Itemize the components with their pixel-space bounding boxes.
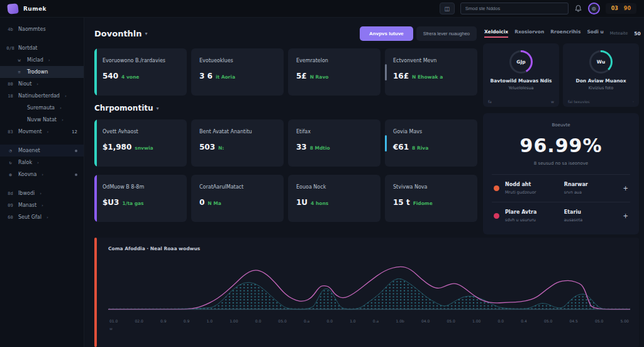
stat-card-value: 1U xyxy=(296,198,308,207)
stat-card-value: 540 xyxy=(103,72,118,80)
add-button[interactable]: + xyxy=(623,185,628,192)
x-tick-label: 1.00 xyxy=(472,319,480,323)
stat-card-value-row: 5404 vone xyxy=(103,69,179,81)
tab-sodi-u[interactable]: Sodi u xyxy=(587,29,603,38)
search-input[interactable] xyxy=(460,3,569,14)
sidebar-item-label: Nortdat xyxy=(18,45,37,51)
sidebar-item-label: Ibwodi xyxy=(18,190,35,196)
sidebar-item-trodown[interactable]: ≡Trodown xyxy=(0,66,84,78)
sidebar-item-icon: 60 xyxy=(6,215,14,220)
sidebar-item-label: Trodown xyxy=(27,69,48,75)
card-accent-bar xyxy=(94,119,97,167)
status-dot xyxy=(75,150,77,152)
chevron-down-icon[interactable]: ▾ xyxy=(157,106,159,111)
stat-card: Stvivwa Nova15 tFidome xyxy=(385,175,477,222)
topbar: Rumek ◫ ◍ 03 90 xyxy=(0,0,644,18)
stat-card-delta: 1/ta gas xyxy=(122,201,143,206)
sidebar-item-seut-gfal[interactable]: 60Seut Gfal› xyxy=(0,211,84,223)
x-tick-label: 05.0 xyxy=(595,319,603,323)
tab-rroencrihis[interactable]: Rroencrihis xyxy=(550,29,580,38)
uptime-row: Nodd ahtMruti gudzeuorRnarwarsrvn aua+ xyxy=(492,174,630,202)
chevron-down-icon[interactable]: ▾ xyxy=(145,31,148,36)
primary-action-button[interactable]: Anvpvs Iutuve xyxy=(360,26,413,41)
counter-badges: 03 90 xyxy=(606,3,636,14)
stat-card-value-row: 15 tFidome xyxy=(393,196,469,207)
secondary-action-button[interactable]: Sfrera lever nuaugheo xyxy=(416,26,477,41)
stat-card-delta: N: xyxy=(218,145,224,151)
sidebar-item-koovna[interactable]: ◍Koovna› xyxy=(0,168,84,180)
sidebar-item-naommtes[interactable]: 4bNaommtes xyxy=(0,23,84,35)
sidebar-item-nuvw-natat[interactable]: Nuvw Natat› xyxy=(0,114,84,126)
stat-card: Evotueoklues3 6it Aoria xyxy=(191,48,284,96)
uptime-row-name: Plare Avtra xyxy=(505,209,564,215)
stat-card-title: Evoruowono B./rardavies xyxy=(103,58,179,63)
grid-icon: ◫ xyxy=(444,6,450,12)
sidebar-item-niout[interactable]: 80Niout› xyxy=(0,78,84,90)
sidebar-item-label: Niout xyxy=(18,81,31,87)
stat-card-title: Eouoa Nock xyxy=(296,184,372,190)
x-tick-label: 0.9 xyxy=(160,319,167,323)
chevron-icon: › xyxy=(42,203,43,208)
stat-card-title: Bent Avatat Anantitu xyxy=(199,129,275,135)
chevron-icon: › xyxy=(42,172,43,177)
x-tick-label: 05.0 xyxy=(544,319,552,323)
sidebar-item-ralok[interactable]: ↻Ralok› xyxy=(0,157,84,168)
uptime-row-col2: Etariuausaseta xyxy=(564,209,623,223)
stat-card-value-row: $U31/ta gas xyxy=(103,196,179,207)
header-buttons: Anvpvs Iutuve Sfrera lever nuaugheo xyxy=(360,26,477,41)
stat-card-title: Ectvonvent Mevn xyxy=(393,58,469,63)
counter-badge-b: 90 xyxy=(624,6,631,11)
stat-card-value-row: €618 Riva xyxy=(393,140,469,152)
chart-accent-bar xyxy=(94,238,97,347)
stat-card-delta: 4 hons xyxy=(311,201,328,206)
uptime-row-sub: sdvh u usururu xyxy=(505,218,564,223)
uptime-row-sub2: srvn aua xyxy=(564,190,623,195)
notifications-button[interactable] xyxy=(574,4,582,13)
chevron-icon: › xyxy=(47,129,48,135)
x-tick-label: 04.0 xyxy=(421,319,430,323)
stat-card: Eouoa Nock1U4 hons xyxy=(288,175,380,222)
uptime-row-name: Nodd aht xyxy=(505,182,564,187)
sidebar-item-nortdat[interactable]: 0/8Nortdat xyxy=(0,42,84,54)
sidebar-item-icon: 09 xyxy=(6,203,14,208)
x-tick-label: 5.00 xyxy=(620,319,628,323)
stat-card: Govia Mavs€618 Riva xyxy=(385,119,477,167)
sidebar-item-ibwodi[interactable]: 8dIbwodi› xyxy=(0,187,84,199)
chevron-icon: › xyxy=(36,82,38,87)
page-body: 4bNaommtes0/8NortdatwMiclad›≡Trodown80Ni… xyxy=(0,18,644,347)
stat-card-value: 33 xyxy=(296,143,307,151)
add-button[interactable]: + xyxy=(623,212,628,219)
mini-card-footer: faw xyxy=(488,99,554,104)
stat-card: Evoruowono B./rardavies5404 vone xyxy=(94,48,187,96)
mini-card: WuDon Aviaw MuanoxKivizius fotofai texuv… xyxy=(563,43,639,107)
stat-card-value-row: 0N Ma xyxy=(199,196,275,207)
x-tick-label: 1.0 xyxy=(350,319,356,323)
sidebar-item-icon: 0/8 xyxy=(6,46,14,51)
sidebar-item-manast[interactable]: 09Manast› xyxy=(0,199,84,211)
sidebar-item-miclad[interactable]: wMiclad› xyxy=(0,54,84,66)
sidebar-item-icon: 8d xyxy=(6,191,14,196)
section-title: Chrpomontitu xyxy=(94,104,153,113)
sidebar-item-suremauta[interactable]: Suremauta› xyxy=(0,102,84,114)
mini-card-title: Bavtowild Muavas Ndis xyxy=(490,78,552,84)
tab-xeldoicix[interactable]: Xeldoicix xyxy=(484,29,508,38)
stat-card-delta: N Ehowak a xyxy=(412,74,443,80)
grid-button[interactable]: ◫ xyxy=(440,3,455,14)
uptime-row: Plare Avtrasdvh u usururuEtariuausaseta+ xyxy=(492,202,630,229)
sidebar-item-natinuberterdad[interactable]: 18Natinuberterdad› xyxy=(0,90,84,102)
sidebar-item-icon: 80 xyxy=(6,82,14,87)
tabs-meta-label: Meteaite xyxy=(610,31,628,36)
sidebar-item-icon: 83 xyxy=(6,129,14,135)
avatar[interactable]: ◍ xyxy=(588,3,600,14)
uptime-subtitle: 8 seusud no sa iseonove xyxy=(492,161,630,166)
stat-card: Bent Avatat Anantitu503N: xyxy=(191,119,284,167)
chart-footnote: w xyxy=(109,326,630,331)
logo-text: Rumek xyxy=(23,6,47,12)
sidebar-item-moaenet[interactable]: ◔Moaenet xyxy=(0,145,84,157)
sidebar-item-label: Miclad xyxy=(27,57,43,63)
sidebar-item-movment[interactable]: 83Movment›12 xyxy=(0,126,84,138)
stat-card-value-row: 1U4 hons xyxy=(296,196,372,207)
tab-rxosiorvon[interactable]: Rxosiorvon xyxy=(514,29,544,38)
uptime-row-col1: Plare Avtrasdvh u usururu xyxy=(505,209,564,223)
sidebar-item-icon: ≡ xyxy=(15,70,23,75)
